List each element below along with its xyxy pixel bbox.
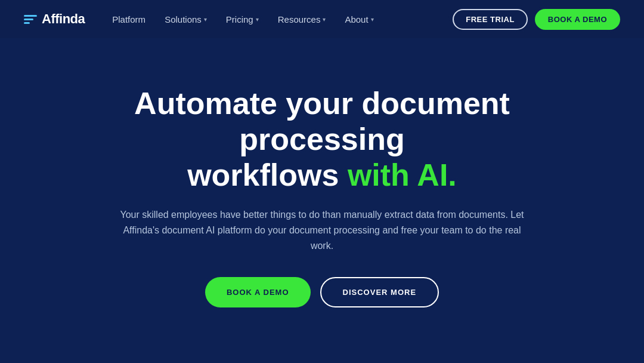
logo[interactable]: Affinda [24, 11, 85, 27]
book-demo-hero-button[interactable]: BOOK A DEMO [205, 277, 311, 307]
logo-icon [24, 15, 37, 24]
chevron-down-icon: ▾ [323, 16, 326, 23]
nav-item-about[interactable]: About ▾ [336, 10, 382, 29]
free-trial-button[interactable]: FREE TRIAL [453, 9, 528, 30]
hero-subtitle: Your skilled employees have better thing… [119, 207, 525, 253]
book-demo-nav-button[interactable]: BOOK A DEMO [535, 9, 620, 30]
nav-item-platform[interactable]: Platform [104, 10, 154, 29]
chevron-down-icon: ▾ [371, 16, 374, 23]
logo-text: Affinda [42, 11, 85, 27]
nav-actions: FREE TRIAL BOOK A DEMO [453, 9, 620, 30]
discover-more-button[interactable]: DISCOVER MORE [320, 277, 439, 307]
nav-item-solutions[interactable]: Solutions ▾ [156, 10, 215, 29]
hero-title: Automate your document processing workfl… [78, 86, 566, 193]
hero-buttons: BOOK A DEMO DISCOVER MORE [24, 277, 620, 307]
chevron-down-icon: ▾ [256, 16, 259, 23]
hero-title-highlight: with AI. [348, 158, 457, 192]
chevron-down-icon: ▾ [204, 16, 207, 23]
navbar: Affinda Platform Solutions ▾ Pricing ▾ R… [0, 0, 644, 38]
nav-item-pricing[interactable]: Pricing ▾ [218, 10, 267, 29]
nav-links: Platform Solutions ▾ Pricing ▾ Resources… [104, 10, 453, 29]
hero-section: Automate your document processing workfl… [0, 38, 644, 363]
nav-item-resources[interactable]: Resources ▾ [270, 10, 335, 29]
